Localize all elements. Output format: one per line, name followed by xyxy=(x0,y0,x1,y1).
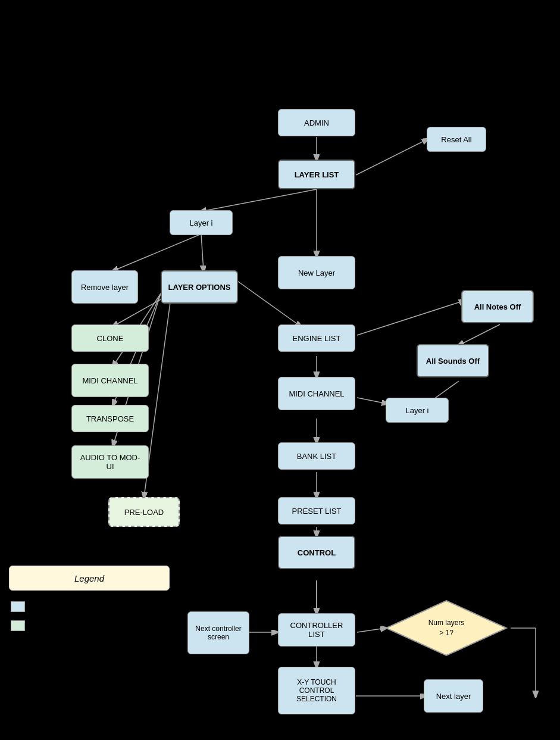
layer-i-top-node: Layer i xyxy=(170,210,233,235)
clone-node: CLONE xyxy=(71,324,149,352)
new-layer-node: New Layer xyxy=(278,256,355,289)
all-notes-off-node: All Notes Off xyxy=(461,290,534,323)
svg-line-5 xyxy=(201,234,204,271)
flowchart-diagram: ADMIN LAYER LIST Reset All Layer i Remov… xyxy=(0,0,560,740)
svg-line-19 xyxy=(357,301,464,335)
audio-to-mod-node: AUDIO TO MOD-UI xyxy=(71,445,149,479)
bank-list-node: BANK LIST xyxy=(278,442,355,470)
midi-channel-left-node: MIDI CHANNEL xyxy=(71,364,149,397)
svg-line-23 xyxy=(357,628,386,632)
svg-text:> 1?: > 1? xyxy=(439,629,453,637)
legend-green-swatch xyxy=(11,620,25,631)
remove-layer-node: Remove layer xyxy=(71,270,138,304)
all-sounds-off-node: All Sounds Off xyxy=(417,344,489,377)
svg-line-1 xyxy=(201,189,317,211)
svg-line-22 xyxy=(357,398,387,404)
svg-line-20 xyxy=(459,324,500,345)
layer-options-node: LAYER OPTIONS xyxy=(161,270,238,304)
legend-blue-swatch xyxy=(11,601,25,612)
num-layers-diamond: Num layers > 1? xyxy=(384,598,509,658)
pre-load-node: PRE-LOAD xyxy=(108,497,180,527)
transpose-node: TRANSPOSE xyxy=(71,405,149,432)
xy-touch-node: X-Y TOUCH CONTROL SELECTION xyxy=(278,667,355,714)
svg-marker-27 xyxy=(386,601,506,655)
reset-all-node: Reset All xyxy=(427,127,486,152)
preset-list-node: PRESET LIST xyxy=(278,497,355,524)
svg-line-3 xyxy=(356,139,427,175)
next-controller-screen-node: Next controller screen xyxy=(187,611,249,654)
svg-line-4 xyxy=(113,234,201,271)
svg-text:Num layers: Num layers xyxy=(428,619,465,627)
next-layer-node: Next layer xyxy=(424,679,483,713)
layer-list-node: LAYER LIST xyxy=(278,160,355,189)
midi-channel-right-node: MIDI CHANNEL xyxy=(278,377,355,410)
engine-list-node: ENGINE LIST xyxy=(278,324,355,352)
control-node: CONTROL xyxy=(278,536,355,569)
layer-i-right-node: Layer i xyxy=(386,398,449,423)
admin-node: ADMIN xyxy=(278,109,355,136)
legend-label: Legend xyxy=(9,566,170,591)
controller-list-node: CONTROLLER LIST xyxy=(278,613,355,647)
